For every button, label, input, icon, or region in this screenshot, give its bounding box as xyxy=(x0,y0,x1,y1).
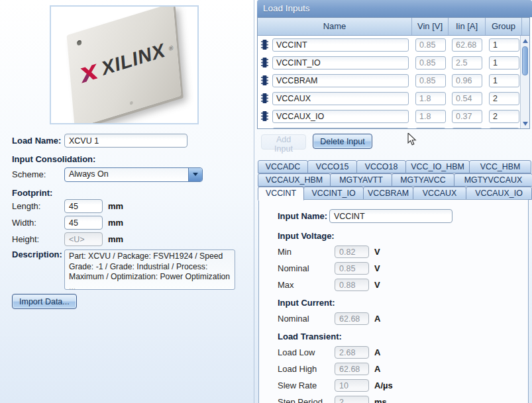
scheme-select[interactable]: Always On xyxy=(64,167,203,182)
scheme-dropdown-button[interactable] xyxy=(188,168,202,181)
load-low-input[interactable] xyxy=(335,346,369,359)
row-vin-field[interactable]: 0.85 xyxy=(415,74,446,87)
load-low-label: Load Low xyxy=(278,347,335,357)
load-name-row: Load Name: xyxy=(12,134,187,148)
tab-vccint[interactable]: VCCINT xyxy=(258,187,304,201)
chip-icon xyxy=(261,39,268,50)
tab-vccaux-io[interactable]: VCCAUX_IO xyxy=(466,187,532,200)
step-period-unit: ms xyxy=(374,397,387,403)
column-header-iin[interactable]: Iin [A] xyxy=(449,18,486,35)
row-group-field[interactable]: 2 xyxy=(489,110,519,123)
row-iin-field[interactable]: 62.68 xyxy=(452,38,482,52)
row-name-field[interactable]: VCCAUX xyxy=(272,92,409,105)
max-label: Max xyxy=(278,280,335,290)
scroll-up-button[interactable] xyxy=(521,36,529,45)
tab-mgtyavcc[interactable]: MGTYAVCC xyxy=(392,173,454,187)
tab-vccbram[interactable]: VCCBRAM xyxy=(363,187,413,200)
scheme-label: Scheme: xyxy=(12,169,64,179)
row-iin-field[interactable]: 0.96 xyxy=(452,74,482,87)
nominal-input[interactable] xyxy=(335,262,369,275)
load-editor-window: XILINX ® Load Name: Input Consolidation:… xyxy=(0,0,532,403)
footprint-header: Footprint: xyxy=(12,188,52,198)
row-name-field[interactable]: VCCBRAM xyxy=(272,74,409,87)
length-label: Length: xyxy=(12,201,64,211)
input-voltage-header: Input Voltage: xyxy=(278,231,528,241)
row-group-field[interactable]: 1 xyxy=(489,56,519,69)
column-header-group[interactable]: Group xyxy=(486,18,522,35)
height-label: Height: xyxy=(12,234,64,244)
tab-vccadc[interactable]: VCCADC xyxy=(258,160,308,173)
row-iin-field[interactable]: 2.5 xyxy=(452,56,482,69)
xilinx-logo: XILINX ® xyxy=(78,36,174,87)
row-iin-field[interactable]: 0.54 xyxy=(452,92,482,105)
row-name-field[interactable]: VCCAUX_IO xyxy=(272,110,409,123)
length-unit: mm xyxy=(108,201,123,211)
column-header-vin[interactable]: Vin [V] xyxy=(412,18,449,35)
current-nominal-row: Nominal A xyxy=(278,312,528,325)
load-transient-header: Load Transient: xyxy=(278,332,528,341)
max-row: Max V xyxy=(278,279,528,291)
import-data-button[interactable]: Import Data... xyxy=(12,294,77,309)
nominal-label: Nominal xyxy=(278,263,335,273)
description-box[interactable]: Part: XCVU / Package: FSVH1924 / Speed G… xyxy=(64,249,235,290)
input-name-label: Input Name: xyxy=(278,211,329,221)
tab-vcco18[interactable]: VCCO18 xyxy=(356,160,406,173)
tab-vcc-io-hbm[interactable]: VCC_IO_HBM xyxy=(405,160,470,173)
height-input[interactable] xyxy=(64,232,103,246)
row-vin-field[interactable]: 1.8 xyxy=(415,110,446,123)
add-input-button[interactable]: Add Input xyxy=(261,134,306,150)
nominal-unit: V xyxy=(374,263,380,273)
row-group-field[interactable]: 2 xyxy=(489,92,519,105)
width-input[interactable] xyxy=(64,216,103,230)
scheme-row: Scheme: Always On xyxy=(12,167,203,181)
table-scrollbar[interactable] xyxy=(520,36,529,128)
input-name-input[interactable] xyxy=(329,209,452,223)
width-unit: mm xyxy=(108,218,123,228)
table-row[interactable]: VCCINT_IO 0.85 2.5 1 xyxy=(258,54,521,71)
tab-mgtyvccaux[interactable]: MGTYVCCAUX xyxy=(454,173,532,187)
row-group-field xyxy=(489,128,519,129)
row-vin-field[interactable]: 1.8 xyxy=(415,92,446,105)
current-nominal-unit: A xyxy=(374,314,380,324)
load-low-row: Load Low A xyxy=(278,346,528,359)
tab-vcco15[interactable]: VCCO15 xyxy=(307,160,357,173)
slew-rate-row: Slew Rate A/µs xyxy=(278,379,528,392)
load-name-input[interactable] xyxy=(64,134,187,148)
description-label: Description: xyxy=(12,249,64,259)
tab-mgtyavtt[interactable]: MGTYAVTT xyxy=(330,173,392,187)
row-name-field[interactable]: VCCINT xyxy=(272,38,409,52)
chip-icon xyxy=(261,111,268,122)
tab-vccaux[interactable]: VCCAUX xyxy=(413,187,466,200)
table-row[interactable]: VCCAUX 1.8 0.54 2 xyxy=(258,89,521,107)
scrollbar-thumb[interactable] xyxy=(522,46,528,75)
tab-vcc-hbm[interactable]: VCC_HBM xyxy=(469,160,531,173)
delete-input-button[interactable]: Delete Input xyxy=(313,134,372,149)
length-input[interactable] xyxy=(64,199,103,213)
row-iin-field[interactable]: 0.37 xyxy=(452,110,482,123)
load-high-input[interactable] xyxy=(335,363,369,375)
input-name-row: Input Name: xyxy=(278,209,528,223)
length-row: Length: mm xyxy=(12,199,123,213)
chip-icon xyxy=(261,93,268,104)
row-vin-field[interactable]: 0.85 xyxy=(415,56,446,69)
load-high-label: Load High xyxy=(278,364,335,374)
row-name-field[interactable]: VCCINT_IO xyxy=(272,56,409,69)
max-input[interactable] xyxy=(335,279,369,291)
row-group-field[interactable]: 1 xyxy=(489,74,519,87)
table-row[interactable]: VCCBRAM 0.85 0.96 1 xyxy=(258,71,521,89)
min-label: Min xyxy=(278,247,335,257)
slew-rate-input[interactable] xyxy=(335,379,369,392)
row-vin-field[interactable]: 0.85 xyxy=(415,38,446,52)
input-detail-panel: Input Name: Input Voltage: Min V Nominal… xyxy=(258,199,529,403)
table-row[interactable]: VCCINT 0.85 62.68 1 xyxy=(258,36,521,54)
tab-vccint-io[interactable]: VCCINT_IO xyxy=(303,187,364,200)
column-header-name[interactable]: Name xyxy=(258,18,412,35)
tab-vccaux-hbm[interactable]: VCCAUX_HBM xyxy=(258,173,331,187)
current-nominal-input[interactable] xyxy=(335,312,369,325)
min-input[interactable] xyxy=(335,246,369,258)
table-row[interactable]: VCCAUX_IO 1.8 0.37 2 xyxy=(258,107,521,125)
row-group-field[interactable]: 1 xyxy=(489,38,519,52)
nominal-row: Nominal V xyxy=(278,262,528,275)
step-period-input[interactable] xyxy=(335,396,369,403)
scroll-down-button[interactable] xyxy=(521,119,529,128)
